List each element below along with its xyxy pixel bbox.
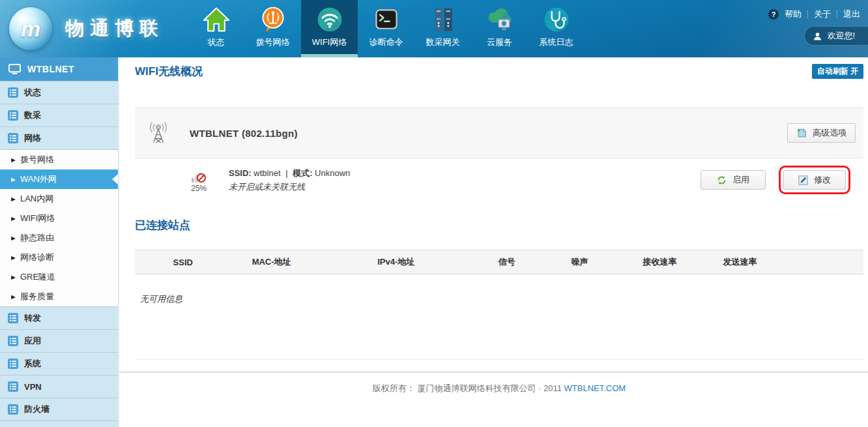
nav-item-dialup[interactable]: 拨号网络 [244, 0, 301, 57]
nav-item-status[interactable]: 状态 [188, 0, 244, 57]
sidebar-item-status[interactable]: 状态 [0, 81, 118, 104]
brand-sphere-icon: m [9, 7, 52, 50]
content-divider [135, 359, 863, 360]
brand-logo: m 物通博联 [0, 0, 188, 57]
user-icon [813, 32, 822, 40]
list-icon [8, 381, 18, 392]
footer-divider [119, 372, 868, 373]
stations-table: SSID MAC-地址 IPv4-地址 信号 噪声 接收速率 发送速率 [135, 250, 863, 274]
monitor-icon [8, 64, 21, 75]
sidebar-item-wifi-network[interactable]: ▶ WIFI网络 [0, 209, 118, 228]
network-submenu: ▶ 拨号网络 ▶ WAN外网 ▶ LAN内网 ▶ WIFI网络 ▶ 静态路由 ▶… [0, 149, 118, 306]
about-link[interactable]: 关于 [814, 8, 831, 20]
welcome-button[interactable]: 欢迎您! [804, 26, 868, 46]
page-footer: 版权所有： 厦门物通博联网络科技有限公司 · 2011 WTBLNET.COM [135, 383, 863, 394]
enable-button[interactable]: 启用 [701, 170, 766, 190]
dialup-network-icon [258, 5, 288, 35]
sidebar-title: WTBLNET [27, 64, 74, 74]
main-content: WIFI无线概况 自动刷新 开 WTBLNET (802.11bgn) 高级选项 [119, 57, 868, 427]
help-link[interactable]: 帮助 [785, 8, 802, 20]
triangle-icon: ▶ [11, 196, 16, 202]
sidebar-item-network-diagnostics[interactable]: ▶ 网络诊断 [0, 248, 118, 267]
signal-percent: 25% [184, 184, 213, 193]
radio-name: WTBLNET (802.11bgn) [190, 128, 298, 139]
triangle-icon: ▶ [11, 177, 16, 183]
nav-item-gateway[interactable]: 数采网关 [414, 0, 471, 57]
help-icon: ? [768, 9, 779, 20]
list-icon [8, 404, 18, 415]
sidebar-item-applications[interactable]: 应用 [0, 329, 118, 352]
sidebar-item-firewall[interactable]: 防火墙 [0, 398, 118, 420]
connected-stations-title: 已连接站点 [135, 218, 863, 233]
sidebar-item-lan[interactable]: ▶ LAN内网 [0, 189, 118, 209]
header-right: ? 帮助 关于 退出 欢迎您! [768, 0, 868, 57]
sidebar: WTBLNET 状态 数采 网络 ▶ 拨号网络 ▶ WAN外网 ▶ LA [0, 57, 119, 427]
terminal-icon [371, 5, 401, 35]
separator: | [285, 168, 287, 178]
sidebar-item-system[interactable]: 系统 [0, 352, 118, 375]
refresh-icon [717, 175, 727, 185]
radio-header-row: WTBLNET (802.11bgn) 高级选项 [135, 108, 863, 158]
nav-item-cloud[interactable]: 云服务 [471, 0, 528, 57]
divider [807, 10, 808, 18]
triangle-icon: ▶ [11, 157, 16, 163]
nav-item-syslog[interactable]: 系统日志 [528, 0, 585, 57]
page-title: WIFI无线概况 [135, 64, 203, 79]
ssid-value: wtblnet [253, 168, 280, 178]
ssid-label: SSID: [229, 168, 252, 178]
sidebar-item-wan[interactable]: ▶ WAN外网 [0, 169, 118, 189]
sidebar-item-gre-tunnel[interactable]: ▶ GRE隧道 [0, 267, 118, 287]
list-icon [8, 87, 18, 98]
radio-status-row: 25% SSID: wtblnet | 模式: Unknown 未开启或未关联无… [135, 158, 863, 201]
wifi-radio-panel: WTBLNET (802.11bgn) 高级选项 25% [135, 108, 863, 201]
empty-stations-message: 无可用信息 [140, 293, 863, 305]
home-icon [201, 5, 231, 35]
header-links: ? 帮助 关于 退出 [768, 8, 868, 20]
advanced-options-button[interactable]: 高级选项 [787, 123, 856, 143]
sidebar-item-dialup-network[interactable]: ▶ 拨号网络 [0, 150, 118, 169]
sidebar-item-data-acquisition[interactable]: 数采 [0, 104, 118, 126]
radio-buttons: 启用 修改 [701, 170, 863, 190]
ssid-info: SSID: wtblnet | 模式: Unknown 未开启或未关联无线 [229, 169, 350, 191]
list-icon [8, 336, 18, 346]
signal-disabled-icon [191, 168, 207, 183]
logout-link[interactable]: 退出 [843, 8, 860, 20]
auto-refresh-toggle[interactable]: 自动刷新 开 [812, 64, 863, 79]
wifi-icon [315, 5, 345, 35]
sidebar-item-forwarding[interactable]: 转发 [0, 306, 118, 329]
brand-monogram: m [21, 16, 40, 42]
modify-button-with-annotation[interactable]: 修改 [783, 170, 846, 190]
column-header-tx-rate: 发送速率 [693, 250, 786, 274]
sidebar-item-qos[interactable]: ▶ 服务质量 [0, 287, 118, 306]
column-header-mac: MAC-地址 [231, 250, 312, 274]
column-header-ssid: SSID [135, 250, 231, 274]
triangle-icon: ▶ [11, 235, 16, 241]
mode-value: Unknown [315, 168, 350, 178]
note-plus-icon [796, 128, 807, 138]
column-header-ipv4: IPv4-地址 [312, 250, 480, 274]
radio-status-text: 未开启或未关联无线 [229, 183, 350, 191]
sidebar-item-static-route[interactable]: ▶ 静态路由 [0, 228, 118, 248]
triangle-icon: ▶ [11, 294, 16, 300]
sidebar-item-vpn[interactable]: VPN [0, 375, 118, 398]
sidebar-header: WTBLNET [0, 57, 118, 81]
edit-icon [798, 175, 808, 185]
nav-item-diagnostics[interactable]: 诊断命令 [358, 0, 414, 57]
sidebar-item-network[interactable]: 网络 [0, 126, 118, 149]
ssid-line: SSID: wtblnet | 模式: Unknown [229, 169, 350, 177]
triangle-icon: ▶ [11, 255, 16, 261]
list-icon [8, 110, 18, 121]
column-header-rx-rate: 接收速率 [626, 250, 694, 274]
triangle-icon: ▶ [11, 216, 16, 222]
mode-label: 模式: [293, 168, 312, 178]
welcome-label: 欢迎您! [827, 30, 855, 42]
sidebar-next-item-partial [0, 420, 118, 427]
copyright-text: 版权所有： 厦门物通博联网络科技有限公司 · 2011 [373, 383, 562, 393]
stethoscope-icon [542, 5, 571, 35]
wtblnet-link[interactable]: WTBLNET.COM [564, 383, 626, 393]
divider [837, 10, 837, 18]
column-header-signal: 信号 [480, 250, 534, 274]
list-icon [8, 313, 18, 323]
server-rack-icon [428, 5, 458, 35]
nav-item-wifi[interactable]: WIFI网络 [301, 0, 358, 57]
